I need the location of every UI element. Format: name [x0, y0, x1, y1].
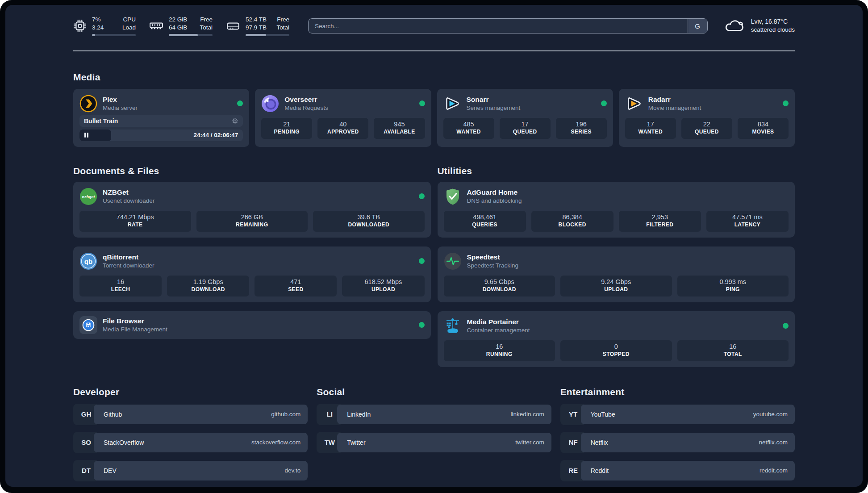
app-card-portainer[interactable]: Media Portainer Container management 16R… — [438, 311, 795, 367]
app-card-radarr[interactable]: Radarr Movie management 17WANTED 22QUEUE… — [619, 89, 795, 147]
card-subtitle: Media Requests — [284, 104, 328, 112]
cpu-load: 3.24 — [92, 24, 104, 32]
app-card-plex[interactable]: Plex Media server Bullet Train — [73, 89, 249, 147]
stat-tile: 2,953FILTERED — [619, 211, 701, 232]
header-divider — [73, 50, 795, 51]
stat-value: 2,953 — [652, 214, 668, 221]
pause-icon[interactable] — [84, 133, 88, 138]
app-card-qbittorrent[interactable]: qb qBittorrent Torrent downloader 16LEEC… — [73, 246, 431, 302]
link-name: Github — [104, 411, 122, 418]
link-stackoverflow[interactable]: SO StackOverflowstackoverflow.com — [73, 432, 308, 453]
storage-metric: 52.4 TBFree 97.9 TBTotal — [226, 16, 289, 36]
app-card-sonarr[interactable]: Sonarr Series management 485WANTED 17QUE… — [437, 89, 613, 147]
card-title: NZBGet — [103, 188, 154, 196]
card-title: Plex — [103, 96, 138, 104]
stat-label: FILTERED — [646, 222, 673, 228]
stat-label: SEED — [288, 287, 303, 292]
status-dot — [419, 100, 425, 106]
search-engine-button[interactable]: G — [688, 19, 707, 33]
stat-label: UPLOAD — [371, 287, 395, 292]
link-youtube[interactable]: YT YouTubeyoutube.com — [560, 404, 795, 425]
stat-value: 0.993 ms — [719, 279, 746, 286]
stat-tile: 1.19 GbpsDOWNLOAD — [167, 276, 249, 297]
stat-label: PENDING — [274, 129, 300, 135]
stat-tile: 266 GBREMAINING — [196, 211, 308, 232]
app-card-nzbget[interactable]: nzbget NZBGet Usenet downloader 744.21 M… — [73, 182, 431, 238]
link-url: youtube.com — [753, 411, 788, 418]
stat-tile: 39.6 TBDOWNLOADED — [313, 211, 425, 232]
stat-tile: 16RUNNING — [444, 340, 555, 361]
social-links: LI LinkedInlinkedin.com TW Twittertwitte… — [317, 404, 551, 460]
link-linkedin[interactable]: LI LinkedInlinkedin.com — [317, 404, 551, 425]
cpu-icon — [73, 19, 87, 33]
stat-value: 618.52 Mbps — [365, 279, 402, 286]
stat-value: 945 — [394, 121, 405, 128]
link-reddit[interactable]: RE Redditreddit.com — [560, 460, 795, 481]
app-card-overseerr[interactable]: Overseerr Media Requests 21PENDING 40APP… — [255, 89, 431, 147]
stat-tile: 485WANTED — [443, 118, 494, 139]
stat-value: 471 — [290, 279, 301, 286]
card-subtitle: Media File Management — [103, 326, 167, 333]
card-subtitle: Series management — [467, 104, 521, 112]
stat-label: WANTED — [638, 129, 663, 135]
stat-value: 834 — [758, 121, 768, 128]
section-title-utilities: Utilities — [438, 166, 795, 176]
stat-value: 485 — [463, 121, 474, 128]
link-netflix[interactable]: NF Netflixnetflix.com — [560, 432, 795, 453]
stat-label: DOWNLOAD — [483, 287, 516, 292]
stat-tile: 9.65 GbpsDOWNLOAD — [444, 276, 555, 297]
memory-total: 64 GiB — [169, 24, 187, 32]
card-subtitle: Media server — [103, 104, 138, 112]
link-name: Twitter — [347, 439, 365, 446]
storage-icon — [226, 20, 240, 32]
filebrowser-icon — [79, 316, 97, 334]
playback-progress-bar[interactable]: 24:44 / 02:06:47 — [79, 130, 243, 141]
header: 7%CPU 3.24Load 22 GiBFree 64 GiBTotal — [73, 15, 795, 37]
app-card-filebrowser[interactable]: File Browser Media File Management — [73, 311, 431, 339]
stat-value: 0 — [614, 343, 618, 351]
stat-tile: 196SERIES — [556, 118, 607, 139]
search-input[interactable] — [309, 19, 688, 33]
link-url: netflix.com — [759, 439, 788, 446]
window-frame: 7%CPU 3.24Load 22 GiBFree 64 GiBTotal — [0, 0, 868, 493]
link-url: twitter.com — [515, 439, 544, 446]
stat-label: BLOCKED — [559, 222, 586, 228]
stat-label: STOPPED — [603, 351, 630, 357]
nzbget-icon: nzbget — [79, 188, 97, 205]
card-subtitle: Speedtest Tracking — [467, 262, 519, 269]
cpu-usage: 7% — [92, 16, 101, 24]
storage-progress-bar — [246, 34, 289, 36]
radarr-icon — [625, 95, 643, 113]
stat-tile: 0.993 msPING — [677, 276, 789, 297]
card-subtitle: Container management — [467, 327, 530, 334]
app-card-speedtest[interactable]: Speedtest Speedtest Tracking 9.65 GbpsDO… — [438, 246, 795, 302]
app-card-adguard[interactable]: AdGuard Home DNS and adblocking 498,461Q… — [438, 182, 795, 238]
stat-value: 9.65 Gbps — [484, 279, 514, 286]
card-title: File Browser — [103, 317, 167, 325]
stat-tile: 17WANTED — [625, 118, 676, 139]
storage-total: 97.9 TB — [246, 24, 267, 32]
link-dev[interactable]: DT DEVdev.to — [73, 460, 308, 481]
card-subtitle: DNS and adblocking — [467, 197, 522, 205]
stat-label: AVAILABLE — [384, 129, 415, 135]
adguard-icon — [444, 188, 462, 205]
stat-label: PING — [726, 287, 740, 292]
card-title: qBittorrent — [103, 253, 154, 261]
stat-tile: 47.571 msLATENCY — [706, 211, 789, 232]
link-twitter[interactable]: TW Twittertwitter.com — [317, 432, 551, 453]
stat-label: RATE — [128, 222, 142, 228]
gear-icon[interactable] — [232, 117, 238, 124]
memory-progress-bar — [169, 34, 213, 36]
stat-label: TOTAL — [724, 351, 742, 357]
svg-text:qb: qb — [84, 257, 92, 265]
status-dot — [419, 258, 425, 264]
link-url: linkedin.com — [511, 411, 544, 418]
link-name: Reddit — [591, 467, 609, 474]
card-subtitle: Movie management — [648, 104, 701, 112]
stat-tile: 22QUEUED — [681, 118, 732, 139]
card-subtitle: Torrent downloader — [103, 262, 154, 269]
status-dot — [237, 100, 243, 106]
link-github[interactable]: GH Githubgithub.com — [73, 404, 308, 425]
stat-tile: 21PENDING — [261, 118, 312, 139]
weather-location-temp: Lviv, 16.87°C — [751, 17, 795, 26]
